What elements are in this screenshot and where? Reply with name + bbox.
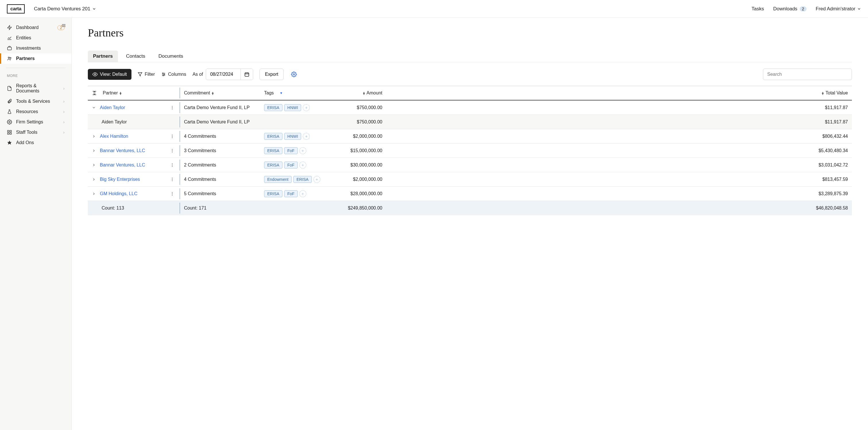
chevron-right-icon: ›	[63, 130, 65, 134]
row-menu-button[interactable]	[169, 176, 176, 183]
add-tag-button[interactable]: +	[299, 190, 306, 197]
svg-rect-10	[10, 130, 11, 132]
sidebar-item-dashboard[interactable]: Dashboard 2	[0, 22, 71, 33]
chevron-right-icon: ›	[63, 110, 65, 114]
tag-pill[interactable]: ERISA	[264, 190, 282, 197]
partner-name-link[interactable]: Aiden Taylor	[100, 105, 125, 110]
search-input[interactable]	[763, 69, 852, 80]
footer-tags	[260, 205, 329, 211]
total-cell: $3,031,042.72	[386, 160, 852, 171]
commitment-cell: 5 Commitments	[180, 188, 260, 199]
tag-pill[interactable]: ERISA	[264, 162, 282, 168]
partner-name-link[interactable]: Alex Hamilton	[100, 134, 128, 139]
svg-point-36	[172, 150, 173, 151]
tag-pill[interactable]: Endowment	[264, 176, 291, 183]
sidebar-item-investments[interactable]: Investments	[0, 43, 71, 53]
sort-icon: ▲▼	[821, 92, 825, 95]
tag-pill[interactable]: ERISA	[293, 176, 312, 183]
tag-pill[interactable]: HNWI	[284, 104, 301, 111]
row-menu-button[interactable]	[169, 147, 176, 154]
tab-contacts[interactable]: Contacts	[121, 51, 150, 62]
date-input[interactable]	[206, 69, 241, 80]
row-menu-button[interactable]	[169, 104, 176, 111]
expand-row-icon[interactable]	[92, 105, 96, 110]
row-menu-button[interactable]	[169, 133, 176, 140]
expand-collapse-all-icon[interactable]	[92, 90, 97, 96]
svg-point-14	[94, 74, 96, 75]
columns-button[interactable]: Columns	[161, 72, 186, 77]
logo[interactable]: carta	[7, 4, 25, 13]
expand-row-icon[interactable]	[92, 134, 96, 139]
briefcase-icon	[7, 45, 12, 51]
sidebar-item-firm-settings[interactable]: Firm Settings ›	[0, 117, 71, 127]
svg-point-31	[172, 109, 173, 109]
col-header-commitment[interactable]: Commitment▲▼	[180, 88, 260, 98]
add-tag-button[interactable]: +	[303, 104, 310, 111]
svg-point-6	[8, 57, 10, 59]
view-button[interactable]: View: Default	[88, 69, 131, 80]
settings-button[interactable]	[290, 70, 298, 79]
sliders-icon	[161, 72, 166, 76]
col-header-partner[interactable]: Partner▲▼	[88, 88, 180, 98]
tag-pill[interactable]: ERISA	[264, 104, 282, 111]
tag-pill[interactable]: FoF	[284, 190, 298, 197]
sidebar-item-reports[interactable]: Reports & Documents ›	[0, 81, 71, 96]
sidebar-label: Reports & Documents	[16, 83, 59, 94]
sort-icon: ▲▼	[211, 92, 214, 95]
col-header-tags[interactable]: Tags ▼	[260, 88, 329, 98]
row-menu-button[interactable]	[169, 162, 176, 168]
tag-pill[interactable]: ERISA	[264, 147, 282, 154]
svg-point-32	[172, 134, 173, 135]
sidebar-item-addons[interactable]: Add Ons	[0, 137, 71, 148]
add-tag-button[interactable]: +	[299, 147, 306, 154]
org-selector[interactable]: Carta Demo Ventures 201	[34, 6, 96, 12]
add-tag-button[interactable]: +	[299, 162, 306, 168]
expand-row-icon[interactable]	[92, 192, 96, 196]
svg-rect-22	[245, 73, 249, 76]
filter-button[interactable]: Filter	[138, 72, 155, 77]
chevron-right-icon: ›	[63, 86, 65, 91]
partners-table: Partner▲▼ Commitment▲▼ Tags ▼ ▲▼ Amount …	[88, 86, 852, 215]
tag-pill[interactable]: FoF	[284, 147, 298, 154]
add-tag-button[interactable]: +	[303, 133, 310, 140]
tag-pill[interactable]: HNWI	[284, 133, 301, 140]
expand-row-icon[interactable]	[92, 163, 96, 167]
user-menu[interactable]: Fred Admin'strator	[816, 6, 861, 12]
tab-documents[interactable]: Documents	[153, 51, 188, 62]
svg-point-35	[172, 149, 173, 150]
sidebar-item-resources[interactable]: Resources ›	[0, 106, 71, 117]
footer-total-sum: $46,820,048.58	[386, 203, 852, 214]
tasks-link[interactable]: Tasks	[751, 6, 764, 12]
partner-name-link[interactable]: Bannar Ventures, LLC	[100, 162, 145, 167]
top-header: carta Carta Demo Ventures 201 Tasks Down…	[0, 0, 868, 18]
partner-name-link[interactable]: Big Sky Enterprises	[100, 177, 140, 182]
sidebar-item-entities[interactable]: Entities	[0, 33, 71, 43]
tab-partners[interactable]: Partners	[88, 51, 118, 62]
col-header-total[interactable]: ▲▼ Total Value	[386, 88, 852, 98]
sidebar-item-partners[interactable]: Partners	[0, 53, 71, 64]
svg-point-43	[172, 180, 173, 181]
filter-icon	[138, 72, 143, 76]
expand-row-icon[interactable]	[92, 177, 96, 181]
expand-row-icon[interactable]	[92, 149, 96, 153]
paperclip-icon	[7, 99, 12, 104]
downloads-link[interactable]: Downloads 2	[773, 6, 807, 12]
export-button[interactable]: Export	[259, 69, 284, 80]
asof-group: As of	[193, 69, 253, 80]
row-menu-button[interactable]	[169, 190, 176, 197]
col-header-amount[interactable]: ▲▼ Amount	[329, 88, 386, 98]
document-icon	[7, 86, 12, 91]
header-amount-label: Amount	[367, 90, 382, 95]
tag-pill[interactable]: ERISA	[264, 133, 282, 140]
add-tag-button[interactable]: +	[313, 176, 320, 183]
calendar-button[interactable]	[241, 69, 253, 80]
partner-name-link[interactable]: GM Holdings, LLC	[100, 191, 137, 196]
chevron-right-icon: ›	[63, 120, 65, 124]
partner-name-link[interactable]: Bannar Ventures, LLC	[100, 148, 145, 153]
table-row: Aiden Taylor Carta Demo Venture Fund II,…	[88, 100, 852, 115]
sidebar-item-tools[interactable]: Tools & Services ›	[0, 96, 71, 106]
sidebar-item-staff-tools[interactable]: Staff Tools ›	[0, 127, 71, 137]
footer-partner-count: Count: 113	[88, 203, 180, 214]
svg-point-30	[172, 107, 173, 108]
tag-pill[interactable]: FoF	[284, 162, 298, 168]
